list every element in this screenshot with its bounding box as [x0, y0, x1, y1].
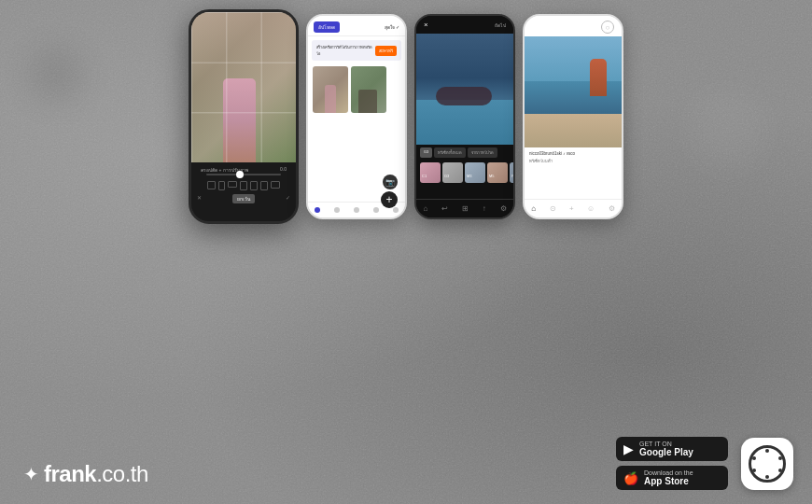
- phone3-filter-tabs: G3 พรีเซ็ตทั้งหมด จากภาพโปรด: [416, 145, 513, 161]
- phone4-screen: ○ nicco03brunö1ski ♪ vsco พรีเซ็ตโบมด้า …: [525, 16, 622, 217]
- phone1-bottom-bar: ✕ ยกเว้น ✓: [197, 194, 290, 203]
- grid-overlay: [191, 12, 296, 162]
- ratio-11[interactable]: [207, 181, 216, 189]
- phone2-header: อัปโหลด สุดใจ ✓: [308, 16, 405, 36]
- phone3-header: × ถัดไป: [416, 16, 513, 34]
- phone-social: ○ nicco03brunö1ski ♪ vsco พรีเซ็ตโบมด้า …: [523, 14, 623, 219]
- phone-camera: ครอปตัด + การปรับภาพ 0.0: [189, 9, 299, 224]
- google-play-button[interactable]: ▶ GET IT ON Google Play: [616, 437, 728, 461]
- nav-grid-dark[interactable]: ⊞: [462, 204, 469, 213]
- phone-edit: × ถัดไป G3 พรีเซ็ตทั้งหมด จากภาพโปรด C1: [414, 14, 515, 219]
- phone1-screen: ครอปตัด + การปรับภาพ 0.0: [191, 12, 296, 221]
- phone2-screen: อัปโหลด สุดใจ ✓ สร้างเครือการวิดีโอในการ…: [308, 16, 405, 217]
- phone-discover: อัปโหลด สุดใจ ✓ สร้างเครือการวิดีโอในการ…: [306, 14, 407, 219]
- nav-home-4[interactable]: ⌂: [531, 204, 536, 213]
- texture-1: [28, 47, 84, 103]
- nav-upload[interactable]: [354, 207, 359, 213]
- tab-upload[interactable]: อัปโหลด: [314, 21, 340, 33]
- close-button[interactable]: ×: [424, 21, 428, 29]
- phone4-username: nicco03brunö1ski ♪ vsco: [529, 151, 617, 156]
- vsco-dot-tl: [752, 456, 756, 460]
- crop-value: 0.0: [280, 166, 287, 174]
- nav-home-dark[interactable]: ⌂: [423, 204, 427, 213]
- phone3-presets: C1 G3 M3 M5 PS: [416, 161, 513, 185]
- vsco-app-icon[interactable]: [741, 438, 793, 490]
- checkmark[interactable]: ✓: [286, 194, 290, 203]
- as-store-name: App Store: [644, 476, 693, 486]
- nav-search-4[interactable]: ⊙: [550, 204, 556, 213]
- main-container: ครอปตัด + การปรับภาพ 0.0: [0, 0, 812, 504]
- camera-icon[interactable]: 📷: [383, 175, 398, 189]
- vsco-dot-bot: [765, 475, 769, 479]
- phone2-thumbnails: [308, 66, 405, 113]
- nav-notif[interactable]: [373, 207, 379, 213]
- pool-water: [416, 100, 513, 145]
- preset-ps[interactable]: PS: [510, 162, 513, 183]
- tab-favorites[interactable]: สุดใจ ✓: [385, 23, 399, 31]
- next-button[interactable]: ถัดไป: [495, 21, 506, 29]
- app-store-button[interactable]: 🍎 Download on the App Store: [616, 466, 728, 490]
- nav-profile[interactable]: [393, 207, 399, 213]
- app-store-text: Download on the App Store: [644, 469, 693, 486]
- frank-wordmark: frank.co.th: [44, 461, 148, 487]
- phone4-photo: [525, 36, 622, 147]
- ratio-56[interactable]: [260, 181, 268, 190]
- ratio-34[interactable]: [240, 181, 247, 190]
- phone1-controls: ครอปตัด + การปรับภาพ 0.0: [191, 162, 296, 221]
- vsco-dot-bl: [752, 469, 756, 472]
- ratio-32[interactable]: [228, 181, 237, 188]
- phone4-header: ○: [525, 16, 622, 36]
- ad-button[interactable]: สมัครฟรี: [375, 46, 397, 56]
- nav-settings-dark[interactable]: ⚙: [500, 204, 507, 213]
- store-buttons: ▶ GET IT ON Google Play 🍎 Download on th…: [616, 437, 728, 490]
- apply-btn[interactable]: ยกเว้น: [232, 194, 255, 203]
- phone4-desc: พรีเซ็ตโบมด้า: [529, 158, 617, 164]
- ocean-sky: [525, 36, 622, 86]
- slider-thumb: [236, 171, 244, 178]
- phone3-bottom-nav: ⌂ ↩ ⊞ ↑ ⚙: [416, 199, 513, 217]
- nav-share-dark[interactable]: ↑: [483, 204, 486, 213]
- phone2-ad: สร้างเครือการวิดีโอในการภาพต่อวิดโอ สมัค…: [312, 40, 401, 61]
- ratio-64[interactable]: [271, 181, 280, 189]
- thumb-subject-1: [325, 85, 336, 113]
- nav-search[interactable]: [334, 207, 340, 213]
- nav-gear-4[interactable]: ⚙: [609, 204, 615, 213]
- preset-m5[interactable]: M5: [487, 162, 508, 183]
- vsco-dot-top: [765, 449, 769, 453]
- google-play-text: GET IT ON Google Play: [639, 441, 693, 457]
- nav-back-dark[interactable]: ↩: [441, 204, 448, 213]
- girl-figure-4: [590, 59, 607, 96]
- thumb-2[interactable]: [351, 66, 386, 113]
- nav-smile-4[interactable]: ☺: [587, 204, 595, 213]
- thumb-1[interactable]: [313, 66, 348, 113]
- aspect-ratios: [207, 181, 280, 190]
- vsco-header-icon: ○: [601, 21, 614, 34]
- as-get-label: Download on the: [644, 469, 693, 476]
- google-play-icon: ▶: [623, 441, 634, 456]
- phone4-space: [525, 168, 622, 199]
- preset-c1[interactable]: C1: [420, 162, 441, 183]
- frank-icon: ✦: [23, 463, 39, 485]
- crop-slider[interactable]: [206, 174, 281, 175]
- nav-add-4[interactable]: +: [569, 204, 574, 213]
- nav-home[interactable]: [315, 207, 320, 213]
- preset-g3[interactable]: G3: [442, 162, 463, 183]
- gp-get-label: GET IT ON: [639, 441, 693, 447]
- apple-icon: 🍎: [623, 471, 638, 485]
- filter-g3[interactable]: G3: [420, 147, 432, 158]
- filter-fav[interactable]: จากภาพโปรด: [468, 147, 497, 158]
- filter-all[interactable]: พรีเซ็ตทั้งหมด: [434, 147, 466, 158]
- vsco-circle: [749, 445, 786, 483]
- gp-store-name: Google Play: [639, 447, 693, 457]
- frank-logo: ✦ frank.co.th: [23, 461, 148, 487]
- texture-2: [691, 93, 765, 168]
- vsco-dot-tr: [778, 456, 782, 460]
- ocean-shore: [525, 114, 622, 147]
- phone3-screen: × ถัดไป G3 พรีเซ็ตทั้งหมด จากภาพโปรด C1: [416, 16, 513, 217]
- phone3-photo: [416, 34, 513, 145]
- ratio-23[interactable]: [218, 181, 225, 190]
- plus-button[interactable]: +: [381, 191, 398, 208]
- cancel-btn[interactable]: ✕: [197, 194, 202, 203]
- preset-m3[interactable]: M3: [465, 162, 485, 183]
- ratio-45[interactable]: [250, 181, 258, 190]
